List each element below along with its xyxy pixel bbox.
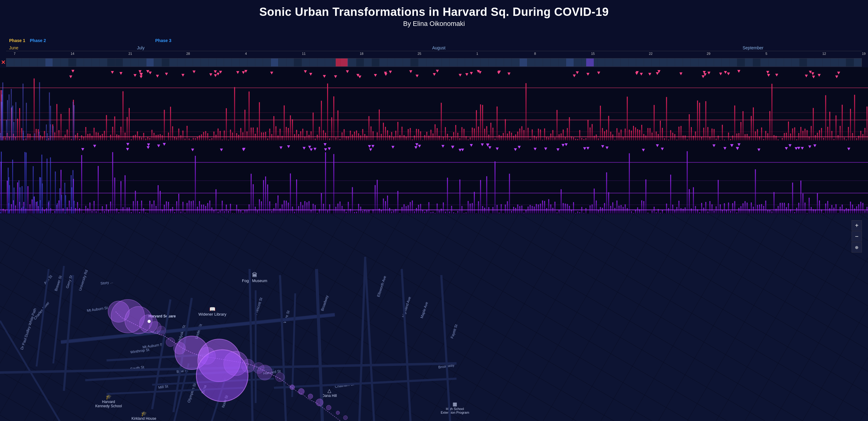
- timeline-cell[interactable]: [854, 58, 862, 66]
- timeline-cell[interactable]: [356, 58, 364, 66]
- timeline-cell[interactable]: [690, 58, 699, 66]
- timeline-cell[interactable]: [209, 58, 216, 66]
- timeline-cell[interactable]: [107, 58, 115, 66]
- timeline-cell[interactable]: [271, 58, 279, 66]
- timeline-cell[interactable]: [240, 58, 247, 66]
- timeline-cell[interactable]: [846, 58, 854, 66]
- timeline-cell[interactable]: [465, 58, 473, 66]
- timeline-cell[interactable]: [800, 58, 807, 66]
- timeline-cell[interactable]: [520, 58, 527, 66]
- timeline-cell[interactable]: [403, 58, 411, 66]
- timeline-cell[interactable]: [138, 58, 146, 66]
- zoom-out-button[interactable]: −: [851, 231, 862, 242]
- timeline-cell[interactable]: [504, 58, 512, 66]
- timeline-cell[interactable]: [737, 58, 745, 66]
- timeline-cell[interactable]: [753, 58, 761, 66]
- timeline-cell[interactable]: [178, 58, 185, 66]
- timeline-cell[interactable]: [115, 58, 123, 66]
- timeline-cell[interactable]: [792, 58, 800, 66]
- timeline-cell[interactable]: [807, 58, 815, 66]
- timeline-cell[interactable]: [551, 58, 558, 66]
- timeline-cell[interactable]: [480, 58, 489, 66]
- zoom-reset-button[interactable]: ⊕: [851, 242, 862, 253]
- timeline-clear-button[interactable]: ✕: [1, 59, 5, 66]
- timeline-cell[interactable]: [22, 58, 30, 66]
- timeline-cell[interactable]: [574, 58, 582, 66]
- timeline-cell[interactable]: [364, 58, 372, 66]
- timeline-cell[interactable]: [418, 58, 426, 66]
- timeline-cell[interactable]: [14, 58, 22, 66]
- timeline-cell[interactable]: [815, 58, 823, 66]
- timeline-cell[interactable]: [458, 58, 465, 66]
- timeline-cell[interactable]: [154, 58, 162, 66]
- timeline-cell[interactable]: [37, 58, 45, 66]
- timeline-cell[interactable]: [232, 58, 240, 66]
- timeline-cell[interactable]: [162, 58, 170, 66]
- timeline-cell[interactable]: [621, 58, 628, 66]
- timeline-cell[interactable]: [823, 58, 831, 66]
- timeline-cell[interactable]: [496, 58, 504, 66]
- timeline-cell[interactable]: [317, 58, 326, 66]
- timeline-cell[interactable]: [706, 58, 714, 66]
- timeline-bar[interactable]: ✕: [6, 58, 862, 67]
- timeline-cell[interactable]: [372, 58, 380, 66]
- timeline-cell[interactable]: [831, 58, 838, 66]
- timeline-cell[interactable]: [527, 58, 535, 66]
- timeline-cell[interactable]: [92, 58, 100, 66]
- timeline-cell[interactable]: [6, 58, 14, 66]
- timeline-cell[interactable]: [722, 58, 730, 66]
- timeline-cell[interactable]: [30, 58, 38, 66]
- timeline-cell[interactable]: [699, 58, 706, 66]
- timeline-cell[interactable]: [605, 58, 613, 66]
- timeline-cell[interactable]: [667, 58, 675, 66]
- timeline-cell[interactable]: [286, 58, 294, 66]
- timeline-cells[interactable]: [6, 58, 862, 66]
- timeline-cell[interactable]: [769, 58, 776, 66]
- timeline-cell[interactable]: [201, 58, 209, 66]
- timeline-cell[interactable]: [761, 58, 769, 66]
- timeline-cell[interactable]: [255, 58, 263, 66]
- timeline-cell[interactable]: [68, 58, 76, 66]
- timeline-cell[interactable]: [597, 58, 606, 66]
- timeline-cell[interactable]: [489, 58, 496, 66]
- timeline-cell[interactable]: [100, 58, 108, 66]
- timeline-cell[interactable]: [302, 58, 310, 66]
- timeline-cell[interactable]: [263, 58, 271, 66]
- timeline-cell[interactable]: [53, 58, 61, 66]
- timeline-cell[interactable]: [61, 58, 69, 66]
- timeline-cell[interactable]: [683, 58, 691, 66]
- timeline-cell[interactable]: [636, 58, 644, 66]
- timeline-cell[interactable]: [535, 58, 543, 66]
- timeline-cell[interactable]: [776, 58, 784, 66]
- timeline-cell[interactable]: [426, 58, 434, 66]
- timeline-cell[interactable]: [628, 58, 637, 66]
- zoom-in-button[interactable]: +: [851, 220, 862, 231]
- timeline-cell[interactable]: [379, 58, 388, 66]
- timeline-cell[interactable]: [714, 58, 722, 66]
- timeline-cell[interactable]: [84, 58, 92, 66]
- timeline-cell[interactable]: [512, 58, 520, 66]
- timeline-cell[interactable]: [613, 58, 621, 66]
- timeline-cell[interactable]: [310, 58, 317, 66]
- timeline-cell[interactable]: [730, 58, 738, 66]
- timeline-cell[interactable]: [410, 58, 418, 66]
- timeline-cell[interactable]: [450, 58, 458, 66]
- timeline-cell[interactable]: [185, 58, 193, 66]
- timeline-cell[interactable]: [123, 58, 131, 66]
- timeline-cell[interactable]: [675, 58, 683, 66]
- timeline-cell[interactable]: [169, 58, 178, 66]
- timeline-cell[interactable]: [543, 58, 551, 66]
- map-section[interactable]: Charles River Brewer St Gerry St Ash St …: [0, 214, 868, 421]
- timeline-cell[interactable]: [838, 58, 846, 66]
- timeline-cell[interactable]: [325, 58, 333, 66]
- timeline-cell[interactable]: [558, 58, 566, 66]
- timeline-cell[interactable]: [45, 58, 53, 66]
- timeline-cell[interactable]: [193, 58, 201, 66]
- timeline-cell[interactable]: [644, 58, 652, 66]
- timeline-cell[interactable]: [388, 58, 395, 66]
- timeline-cell[interactable]: [784, 58, 792, 66]
- timeline-cell[interactable]: [473, 58, 481, 66]
- timeline-cell[interactable]: [216, 58, 224, 66]
- timeline-cell[interactable]: [395, 58, 403, 66]
- timeline-cell[interactable]: [278, 58, 286, 66]
